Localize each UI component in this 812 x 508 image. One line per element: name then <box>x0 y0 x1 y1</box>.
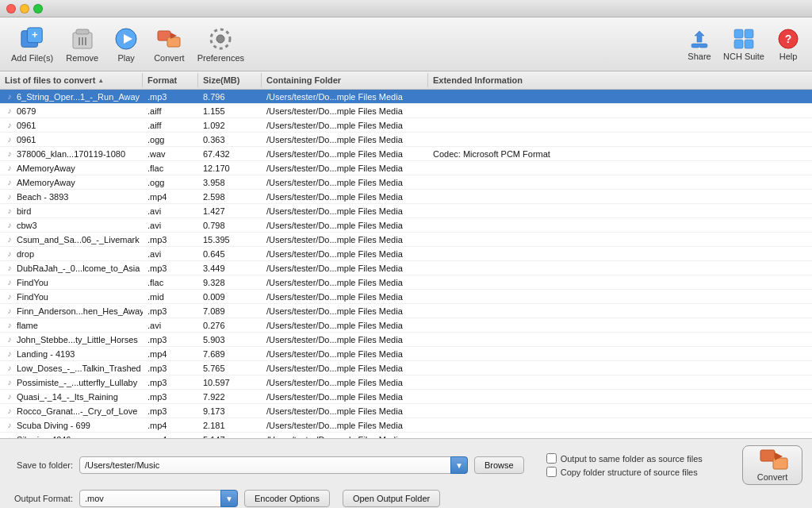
share-button[interactable]: ▲ Share <box>682 25 717 64</box>
col-format[interactable]: Format <box>143 73 198 87</box>
title-bar <box>0 0 812 17</box>
nch-suite-button[interactable]: NCH Suite <box>720 25 768 64</box>
file-info-cell <box>428 118 812 132</box>
table-row[interactable]: ♪ flame .avi 0.276 /Users/tester/Do...mp… <box>0 318 812 333</box>
add-files-button[interactable]: + Add File(s) <box>6 23 58 66</box>
file-info-cell <box>428 375 812 389</box>
table-row[interactable]: ♪ FindYou .flac 9.328 /Users/tester/Do..… <box>0 275 812 290</box>
browse-button[interactable]: Browse <box>474 456 524 474</box>
table-row[interactable]: ♪ cbw3 .avi 0.798 /Users/tester/Do...mpl… <box>0 218 812 233</box>
file-format-cell: .mp3 <box>143 233 198 246</box>
file-format-cell: .mp3 <box>143 90 198 103</box>
file-folder-cell: /Users/tester/Do...mple Files Media <box>262 304 428 318</box>
file-name-cell: ♪ Rocco_Granat...-_Cry_of_Love <box>0 404 143 418</box>
format-select-wrap: .mov ▼ <box>79 490 238 507</box>
col-size[interactable]: Size(MB) <box>198 73 262 87</box>
file-name-cell: ♪ 378006_klan...170119-1080 <box>0 147 143 160</box>
file-name-cell: ♪ Landing - 4193 <box>0 347 143 360</box>
file-icon: ♪ <box>5 364 14 373</box>
table-row[interactable]: ♪ Beach - 3893 .mp4 2.598 /Users/tester/… <box>0 190 812 204</box>
col-name[interactable]: List of files to convert ▲ <box>0 73 143 87</box>
encoder-options-button[interactable]: Encoder Options <box>244 490 330 507</box>
convert-big-icon <box>760 448 785 471</box>
file-size-cell: 1.092 <box>198 118 262 132</box>
svg-point-13 <box>216 35 224 43</box>
maximize-button[interactable] <box>33 4 43 13</box>
file-size-cell: 5.903 <box>198 333 262 346</box>
file-info-cell <box>428 390 812 403</box>
table-row[interactable]: ♪ Low_Doses_-_...Talkin_Trashed .mp3 5.7… <box>0 361 812 375</box>
table-row[interactable]: ♪ Quasi_-_14_-_Its_Raining .mp3 7.922 /U… <box>0 390 812 404</box>
file-list-header: List of files to convert ▲ Format Size(M… <box>0 71 812 90</box>
col-info[interactable]: Extended Information <box>428 73 812 87</box>
file-size-cell: 0.276 <box>198 318 262 332</box>
table-row[interactable]: ♪ 6_String_Oper...1_-_Run_Away .mp3 8.79… <box>0 90 812 104</box>
same-folder-checkbox[interactable] <box>546 453 557 464</box>
play-button[interactable]: Play <box>106 23 146 66</box>
table-row[interactable]: ♪ John_Stebbe...ty_Little_Horses .mp3 5.… <box>0 333 812 347</box>
file-name-cell: ♪ AMemoryAway <box>0 175 143 189</box>
table-row[interactable]: ♪ Scuba Diving - 699 .mp4 2.181 /Users/t… <box>0 418 812 433</box>
table-row[interactable]: ♪ 0961 .ogg 0.363 /Users/tester/Do...mpl… <box>0 133 812 147</box>
table-row[interactable]: ♪ Finn_Anderson...hen_Hes_Away .mp3 7.08… <box>0 304 812 318</box>
file-folder-cell: /Users/tester/Do...mple Files Media <box>262 390 428 403</box>
file-folder-cell: /Users/tester/Do...mple Files Media <box>262 404 428 418</box>
folder-path-display: /Users/tester/Music <box>79 456 468 474</box>
file-format-cell: .aiff <box>143 104 198 117</box>
table-row[interactable]: ♪ FindYou .mid 0.009 /Users/tester/Do...… <box>0 290 812 304</box>
file-icon: ♪ <box>5 106 14 116</box>
col-folder[interactable]: Containing Folder <box>262 73 428 87</box>
close-button[interactable] <box>6 4 16 13</box>
table-row[interactable]: ♪ 0961 .aiff 1.092 /Users/tester/Do...mp… <box>0 118 812 133</box>
table-row[interactable]: ♪ 378006_klan...170119-1080 .wav 67.432 … <box>0 147 812 161</box>
table-row[interactable]: ♪ AMemoryAway .flac 12.170 /Users/tester… <box>0 161 812 175</box>
table-row[interactable]: ♪ AMemoryAway .ogg 3.958 /Users/tester/D… <box>0 175 812 190</box>
convert-big-button[interactable]: Convert <box>742 445 802 485</box>
table-row[interactable]: ♪ 0679 .aiff 1.155 /Users/tester/Do...mp… <box>0 104 812 118</box>
help-button[interactable]: ? Help <box>771 25 806 64</box>
file-size-cell: 0.798 <box>198 218 262 232</box>
table-row[interactable]: ♪ Landing - 4193 .mp4 7.689 /Users/teste… <box>0 347 812 361</box>
table-row[interactable]: ♪ DubRaJah_-_0...lcome_to_Asia .mp3 3.44… <box>0 261 812 275</box>
file-icon: ♪ <box>5 192 14 202</box>
output-format-label: Output Format: <box>10 494 73 503</box>
nch-suite-label: NCH Suite <box>723 52 764 61</box>
file-size-cell: 12.170 <box>198 161 262 175</box>
svg-rect-23 <box>760 450 775 461</box>
copy-structure-label: Copy folder structure of source files <box>561 468 698 477</box>
file-list-area: List of files to convert ▲ Format Size(M… <box>0 71 812 438</box>
file-format-cell: .flac <box>143 161 198 175</box>
table-row[interactable]: ♪ Csum_and_Sa...06_-_Livemark .mp3 15.39… <box>0 233 812 247</box>
preferences-button[interactable]: Preferences <box>193 23 249 66</box>
file-format-cell: .mp3 <box>143 333 198 346</box>
table-row[interactable]: ♪ Possimiste_-_...utterfly_Lullaby .mp3 … <box>0 375 812 390</box>
file-format-cell: .flac <box>143 275 198 289</box>
play-icon <box>113 26 139 52</box>
file-name-cell: ♪ DubRaJah_-_0...lcome_to_Asia <box>0 261 143 275</box>
file-size-cell: 9.173 <box>198 404 262 418</box>
file-size-cell: 0.645 <box>198 247 262 260</box>
add-files-icon: + <box>20 26 45 52</box>
table-row[interactable]: ♪ Siberia - 4246 .mp4 5.147 /Users/teste… <box>0 433 812 438</box>
file-format-cell: .mp3 <box>143 404 198 418</box>
file-format-cell: .mp3 <box>143 375 198 389</box>
file-name-cell: ♪ Beach - 3893 <box>0 190 143 203</box>
file-name-cell: ♪ drop <box>0 247 143 260</box>
file-icon: ♪ <box>5 321 14 330</box>
open-output-folder-button[interactable]: Open Output Folder <box>343 490 440 507</box>
table-row[interactable]: ♪ drop .avi 0.645 /Users/tester/Do...mpl… <box>0 247 812 261</box>
copy-structure-checkbox[interactable] <box>546 467 557 477</box>
table-row[interactable]: ♪ Rocco_Granat...-_Cry_of_Love .mp3 9.17… <box>0 404 812 418</box>
file-format-cell: .mp4 <box>143 418 198 432</box>
format-dropdown-button[interactable]: ▼ <box>220 490 238 507</box>
file-info-cell <box>428 247 812 260</box>
file-icon: ♪ <box>5 278 14 287</box>
convert-big-label: Convert <box>757 472 788 482</box>
folder-dropdown-button[interactable]: ▼ <box>450 456 468 474</box>
remove-button[interactable]: Remove <box>61 23 103 66</box>
convert-toolbar-button[interactable]: Convert <box>149 23 190 66</box>
file-icon: ♪ <box>5 92 14 102</box>
minimize-button[interactable] <box>20 4 29 13</box>
table-row[interactable]: ♪ bird .avi 1.427 /Users/tester/Do...mpl… <box>0 204 812 218</box>
same-folder-row: Output to same folder as source files <box>546 453 703 464</box>
